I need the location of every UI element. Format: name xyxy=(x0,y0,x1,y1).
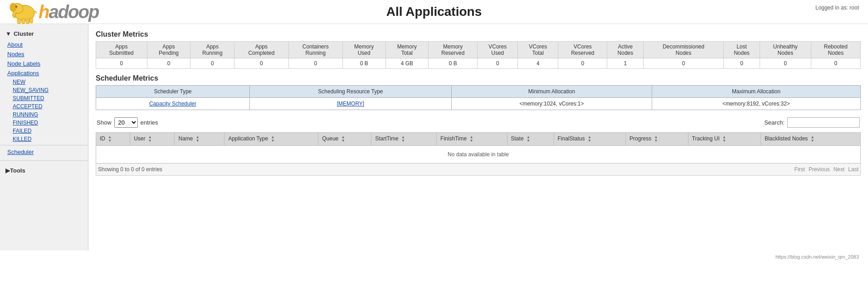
hadoop-wordmark: hadoop xyxy=(39,2,98,22)
val-memory-reserved: 0 B xyxy=(429,58,478,69)
apps-col-app-type[interactable]: Application Type ▲▼ xyxy=(224,133,318,146)
table-footer: Showing 0 to 0 of 0 entries First Previo… xyxy=(96,164,861,176)
apps-col-tracking-ui[interactable]: Tracking UI ▲▼ xyxy=(688,133,761,146)
sidebar-item-node-labels[interactable]: Node Labels xyxy=(0,59,88,68)
apps-col-final-status[interactable]: FinalStatus ▲▼ xyxy=(554,133,626,146)
tools-label: Tools xyxy=(10,167,25,174)
col-apps-running: AppsRunning xyxy=(190,42,234,58)
show-entries-select[interactable]: 20 50 100 xyxy=(114,117,138,128)
scheduler-metrics-title: Scheduler Metrics xyxy=(96,74,861,82)
col-active-nodes: ActiveNodes xyxy=(607,42,644,58)
val-unhealthy-nodes[interactable]: 0 xyxy=(760,58,811,69)
col-containers-running: ContainersRunning xyxy=(288,42,342,58)
val-active-nodes[interactable]: 1 xyxy=(607,58,644,69)
val-rebooted-nodes[interactable]: 0 xyxy=(811,58,860,69)
col-apps-submitted: AppsSubmitted xyxy=(96,42,147,58)
no-data-message: No data available in table xyxy=(96,146,861,164)
search-label: Search: xyxy=(764,119,785,126)
pagination-first[interactable]: First xyxy=(795,166,805,173)
applications-table: ID ▲▼ User ▲▼ Name ▲▼ Application Type ▲… xyxy=(96,132,861,164)
sch-val-type[interactable]: Capacity Scheduler xyxy=(96,98,250,110)
search-input[interactable] xyxy=(787,117,860,128)
sidebar-item-scheduler[interactable]: Scheduler xyxy=(0,147,88,157)
elephant-icon xyxy=(9,0,39,24)
cluster-metrics-title: Cluster Metrics xyxy=(96,30,861,39)
sidebar-item-finished[interactable]: FINISHED xyxy=(0,119,88,127)
sidebar-item-killed[interactable]: KILLED xyxy=(0,135,88,143)
sch-col-max-alloc: Maximum Allocation xyxy=(652,86,860,98)
val-vcores-reserved: 0 xyxy=(558,58,607,69)
val-apps-completed[interactable]: 0 xyxy=(234,58,288,69)
sort-icon-name: ▲▼ xyxy=(196,135,200,143)
apps-col-id[interactable]: ID ▲▼ xyxy=(96,133,130,146)
apps-col-name[interactable]: Name ▲▼ xyxy=(175,133,224,146)
sch-col-type: Scheduler Type xyxy=(96,86,250,98)
sidebar-item-running[interactable]: RUNNING xyxy=(0,111,88,119)
val-containers-running[interactable]: 0 xyxy=(288,58,342,69)
bottom-url: https://blog.csdn.net/weixin_qm_2083 xyxy=(775,254,859,260)
pagination-last[interactable]: Last xyxy=(848,166,858,173)
col-apps-pending: AppsPending xyxy=(147,42,190,58)
page-title: All Applications xyxy=(386,5,482,19)
apps-col-progress[interactable]: Progress ▲▼ xyxy=(626,133,688,146)
sort-icon-id: ▲▼ xyxy=(108,135,112,143)
pagination-next[interactable]: Next xyxy=(834,166,845,173)
apps-col-start-time[interactable]: StartTime ▲▼ xyxy=(371,133,437,146)
cluster-label: Cluster xyxy=(14,30,34,37)
sort-icon-state: ▲▼ xyxy=(527,135,530,143)
tools-section-header[interactable]: ▶ Tools xyxy=(0,164,88,177)
val-apps-submitted[interactable]: 0 xyxy=(96,58,147,69)
val-vcores-used: 0 xyxy=(478,58,518,69)
svg-rect-8 xyxy=(29,18,33,23)
cluster-arrow-icon: ▼ xyxy=(5,30,11,37)
sch-col-resource-type: Scheduling Resource Type xyxy=(249,86,451,98)
sch-val-resource-type[interactable]: [MEMORY] xyxy=(249,98,451,110)
scheduler-metrics-table: Scheduler Type Scheduling Resource Type … xyxy=(96,85,861,110)
sch-val-max-alloc: <memory:8192, vCores:32> xyxy=(652,98,860,110)
sort-icon-finish: ▲▼ xyxy=(470,135,473,143)
apps-col-queue[interactable]: Queue ▲▼ xyxy=(318,133,371,146)
val-decommissioned-nodes[interactable]: 0 xyxy=(644,58,723,69)
show-label: Show xyxy=(97,119,112,126)
apps-col-state[interactable]: State ▲▼ xyxy=(507,133,554,146)
sort-icon-app-type: ▲▼ xyxy=(271,135,275,143)
val-vcores-total: 4 xyxy=(518,58,558,69)
sort-icon-blacklisted: ▲▼ xyxy=(811,135,814,143)
col-vcores-total: VCoresTotal xyxy=(518,42,558,58)
pagination-previous[interactable]: Previous xyxy=(809,166,830,173)
show-entries-area: Show 20 50 100 entries xyxy=(97,117,158,128)
val-memory-used: 0 B xyxy=(342,58,385,69)
content-area: Cluster Metrics AppsSubmitted AppsPendin… xyxy=(88,24,868,250)
apps-col-user[interactable]: User ▲▼ xyxy=(130,133,175,146)
sidebar-item-new[interactable]: NEW xyxy=(0,78,88,86)
sort-icon-queue: ▲▼ xyxy=(341,135,345,143)
sort-icon-start: ▲▼ xyxy=(401,135,405,143)
sidebar-item-failed[interactable]: FAILED xyxy=(0,127,88,135)
sidebar-item-nodes[interactable]: Nodes xyxy=(0,49,88,59)
logo-area: hadoop xyxy=(9,0,98,24)
showing-entries: Showing 0 to 0 of 0 entries xyxy=(98,166,162,173)
sidebar-item-applications[interactable]: Applications xyxy=(0,68,88,78)
sidebar-item-accepted[interactable]: ACCEPTED xyxy=(0,102,88,111)
svg-rect-5 xyxy=(17,19,20,24)
hadoop-logo: hadoop xyxy=(9,0,98,24)
sort-icon-user: ▲▼ xyxy=(148,135,152,143)
apps-col-finish-time[interactable]: FinishTime ▲▼ xyxy=(437,133,507,146)
search-area: Search: xyxy=(764,117,860,128)
val-apps-running[interactable]: 0 xyxy=(190,58,234,69)
sch-col-min-alloc: Minimum Allocation xyxy=(451,86,652,98)
col-apps-completed: AppsCompleted xyxy=(234,42,288,58)
svg-point-4 xyxy=(16,6,17,7)
cluster-section-header[interactable]: ▼ Cluster xyxy=(0,28,88,40)
sort-icon-final-status: ▲▼ xyxy=(588,135,591,143)
sidebar-item-submitted[interactable]: SUBMITTED xyxy=(0,94,88,102)
val-lost-nodes[interactable]: 0 xyxy=(723,58,760,69)
svg-rect-7 xyxy=(26,19,29,24)
cluster-metrics-row: 0 0 0 0 0 0 B 4 GB 0 B 0 4 0 1 0 0 0 0 xyxy=(96,58,861,69)
apps-col-blacklisted-nodes[interactable]: Blacklisted Nodes ▲▼ xyxy=(761,133,860,146)
datatable-controls: Show 20 50 100 entries Search: xyxy=(96,116,861,130)
sidebar-item-new-saving[interactable]: NEW_SAVING xyxy=(0,86,88,94)
val-memory-total: 4 GB xyxy=(385,58,429,69)
val-apps-pending[interactable]: 0 xyxy=(147,58,190,69)
sidebar-item-about[interactable]: About xyxy=(0,40,88,49)
